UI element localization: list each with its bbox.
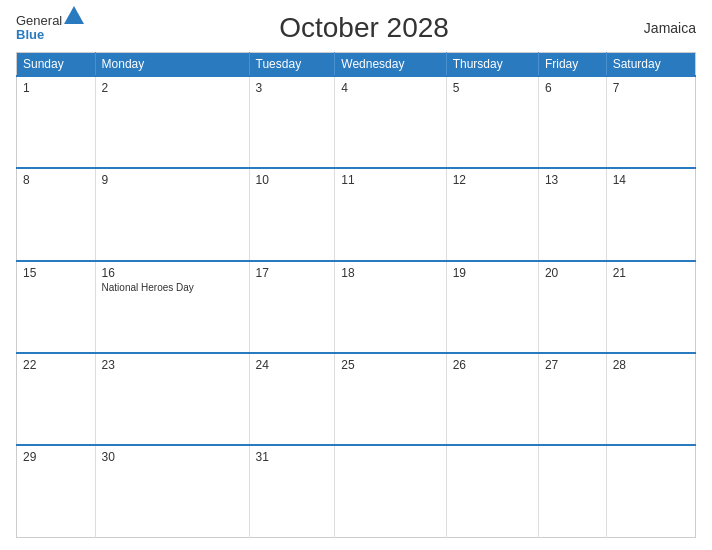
day-number: 8 [23,173,89,187]
calendar-cell-w2-d6: 13 [538,168,606,260]
header: General Blue October 2028 Jamaica [16,12,696,44]
calendar-cell-w1-d7: 7 [606,76,695,168]
day-number: 25 [341,358,439,372]
day-number: 27 [545,358,600,372]
calendar-cell-w5-d6 [538,445,606,537]
calendar-cell-w4-d2: 23 [95,353,249,445]
day-number: 21 [613,266,689,280]
calendar-header-row: Sunday Monday Tuesday Wednesday Thursday… [17,53,696,77]
calendar-cell-w1-d6: 6 [538,76,606,168]
day-number: 13 [545,173,600,187]
day-number: 3 [256,81,329,95]
calendar-cell-w2-d2: 9 [95,168,249,260]
day-number: 4 [341,81,439,95]
calendar-week-5: 293031 [17,445,696,537]
calendar-cell-w4-d1: 22 [17,353,96,445]
day-number: 30 [102,450,243,464]
logo-general: General [16,14,62,28]
calendar-cell-w3-d5: 19 [446,261,538,353]
calendar-cell-w5-d1: 29 [17,445,96,537]
calendar-cell-w5-d3: 31 [249,445,335,537]
day-number: 28 [613,358,689,372]
day-number: 6 [545,81,600,95]
day-number: 15 [23,266,89,280]
calendar-cell-w5-d5 [446,445,538,537]
calendar-cell-w2-d3: 10 [249,168,335,260]
calendar-cell-w5-d4 [335,445,446,537]
calendar-cell-w2-d1: 8 [17,168,96,260]
calendar-cell-w1-d2: 2 [95,76,249,168]
day-number: 11 [341,173,439,187]
day-number: 14 [613,173,689,187]
country-label: Jamaica [644,20,696,36]
calendar-cell-w2-d5: 12 [446,168,538,260]
calendar-table: Sunday Monday Tuesday Wednesday Thursday… [16,52,696,538]
day-number: 16 [102,266,243,280]
day-number: 24 [256,358,329,372]
calendar-cell-w3-d4: 18 [335,261,446,353]
calendar-cell-w4-d3: 24 [249,353,335,445]
day-number: 12 [453,173,532,187]
logo-triangle-icon [64,6,84,24]
calendar-week-2: 891011121314 [17,168,696,260]
calendar-cell-w4-d7: 28 [606,353,695,445]
day-number: 9 [102,173,243,187]
calendar-cell-w3-d3: 17 [249,261,335,353]
logo-blue: Blue [16,28,62,42]
col-friday: Friday [538,53,606,77]
day-number: 26 [453,358,532,372]
calendar-cell-w4-d6: 27 [538,353,606,445]
day-number: 10 [256,173,329,187]
calendar-cell-w1-d5: 5 [446,76,538,168]
calendar-cell-w2-d7: 14 [606,168,695,260]
day-number: 20 [545,266,600,280]
calendar-cell-w1-d1: 1 [17,76,96,168]
calendar-cell-w1-d3: 3 [249,76,335,168]
calendar-cell-w1-d4: 4 [335,76,446,168]
day-number: 23 [102,358,243,372]
calendar-cell-w3-d2: 16National Heroes Day [95,261,249,353]
day-number: 19 [453,266,532,280]
col-wednesday: Wednesday [335,53,446,77]
calendar-week-3: 1516National Heroes Day1718192021 [17,261,696,353]
calendar-week-1: 1234567 [17,76,696,168]
calendar-cell-w5-d2: 30 [95,445,249,537]
logo-icon: General Blue [16,14,84,43]
day-number: 7 [613,81,689,95]
col-monday: Monday [95,53,249,77]
col-thursday: Thursday [446,53,538,77]
day-number: 29 [23,450,89,464]
col-saturday: Saturday [606,53,695,77]
col-sunday: Sunday [17,53,96,77]
calendar-page: General Blue October 2028 Jamaica Sunday… [0,0,712,550]
day-number: 5 [453,81,532,95]
calendar-cell-w4-d4: 25 [335,353,446,445]
day-number: 22 [23,358,89,372]
month-title: October 2028 [279,12,449,44]
holiday-name: National Heroes Day [102,282,243,293]
logo-text: General Blue [16,14,62,43]
day-number: 18 [341,266,439,280]
day-number: 2 [102,81,243,95]
calendar-cell-w4-d5: 26 [446,353,538,445]
day-number: 17 [256,266,329,280]
col-tuesday: Tuesday [249,53,335,77]
day-number: 31 [256,450,329,464]
calendar-cell-w2-d4: 11 [335,168,446,260]
calendar-cell-w3-d7: 21 [606,261,695,353]
calendar-cell-w3-d6: 20 [538,261,606,353]
logo: General Blue [16,14,84,43]
day-number: 1 [23,81,89,95]
calendar-cell-w5-d7 [606,445,695,537]
calendar-cell-w3-d1: 15 [17,261,96,353]
calendar-week-4: 22232425262728 [17,353,696,445]
